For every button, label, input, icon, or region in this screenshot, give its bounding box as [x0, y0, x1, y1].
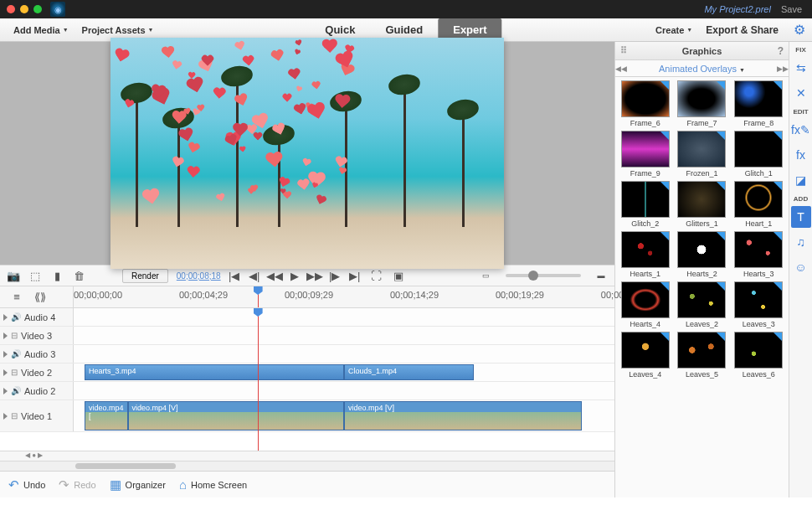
new-flag-icon	[717, 282, 725, 291]
timeline-clip[interactable]: Clouds_1.mp4	[344, 364, 474, 380]
graphics-thumbnail[interactable]: Hearts_2	[676, 231, 729, 278]
category-dropdown[interactable]: Animated Overlays ▼	[627, 64, 777, 74]
track-lane[interactable]	[74, 345, 614, 363]
timeline-clip[interactable]: Hearts_3.mp4	[85, 364, 344, 380]
graphics-thumbnail[interactable]: Hearts_1	[619, 231, 672, 278]
project-assets-menu[interactable]: Project Assets▼	[75, 22, 161, 39]
filmstrip-icon[interactable]: ⊟	[11, 331, 18, 340]
track-header[interactable]: 🔊Audio 4	[0, 308, 74, 326]
organizer-button[interactable]: ▦Organizer	[110, 477, 166, 492]
step-forward-icon[interactable]: |▶	[326, 267, 343, 284]
graphics-thumbnail[interactable]: Frame_6	[619, 80, 672, 127]
safe-margins-icon[interactable]: ▣	[390, 267, 407, 284]
settings-gear-icon[interactable]: ⚙	[794, 22, 805, 38]
maximize-window-icon[interactable]	[33, 5, 42, 13]
track-header[interactable]: ⊟Video 3	[0, 327, 74, 344]
new-flag-icon	[773, 81, 782, 90]
rewind-icon[interactable]: ◀◀	[266, 267, 283, 284]
timeline-snap-icon[interactable]: ⟪⟫	[32, 289, 49, 306]
rail-tool-icon[interactable]: T	[791, 206, 811, 228]
expand-icon[interactable]	[3, 369, 8, 376]
frame-icon[interactable]: ⬚	[27, 267, 44, 284]
fullscreen-icon[interactable]: ⛶	[368, 267, 385, 284]
forward-icon[interactable]: ▶▶	[306, 267, 323, 284]
graphics-thumbnail[interactable]: Frozen_1	[676, 131, 729, 178]
speaker-icon[interactable]: 🔊	[11, 349, 21, 358]
graphics-thumbnail[interactable]: Leaves_2	[676, 281, 729, 328]
track-header[interactable]: 🔊Audio 2	[0, 382, 74, 400]
speaker-icon[interactable]: 🔊	[11, 312, 21, 322]
thumbnail-label: Glitters_1	[686, 219, 718, 228]
add-media-menu[interactable]: Add Media▼	[7, 22, 75, 39]
minimize-window-icon[interactable]	[20, 5, 28, 13]
track-lane[interactable]: Hearts_3.mp4Clouds_1.mp4	[74, 363, 614, 381]
home-screen-button[interactable]: ⌂Home Screen	[179, 477, 247, 492]
track-header[interactable]: ⊟Video 1	[0, 400, 74, 431]
graphics-thumbnail[interactable]: Glitters_1	[676, 181, 729, 228]
expand-icon[interactable]	[3, 413, 8, 420]
playhead[interactable]	[258, 286, 259, 307]
graphics-thumbnail[interactable]: Glitch_2	[619, 181, 672, 228]
expand-icon[interactable]	[3, 351, 8, 358]
rail-tool-icon[interactable]: fx✎	[791, 119, 811, 141]
graphics-thumbnail[interactable]: Frame_9	[619, 131, 672, 178]
graphics-thumbnail[interactable]: Leaves_3	[732, 281, 785, 328]
track-lane[interactable]	[74, 327, 614, 344]
graphics-thumbnail[interactable]: Leaves_4	[619, 332, 672, 379]
preview-monitor[interactable]	[110, 38, 504, 269]
timeline-ruler[interactable]: 00;00;00;0000;00;04;2900;00;09;2900;00;1…	[74, 286, 614, 307]
rail-tool-icon[interactable]: ☺	[791, 256, 811, 278]
expand-icon[interactable]	[3, 314, 8, 321]
filmstrip-icon[interactable]: ⊟	[11, 368, 18, 377]
goto-end-icon[interactable]: ▶|	[347, 267, 363, 284]
export-share-button[interactable]: Export & Share	[699, 21, 785, 39]
rail-tool-icon[interactable]: fx	[791, 144, 811, 166]
undo-button[interactable]: ↶Undo	[8, 477, 45, 492]
category-prev-icon[interactable]: ◀◀	[615, 64, 627, 73]
timeline-clip[interactable]: video.mp4 [V]	[128, 401, 344, 430]
graphics-thumbnail[interactable]: Leaves_6	[732, 332, 785, 379]
timeline-settings-icon[interactable]: ≡	[8, 289, 25, 306]
close-window-icon[interactable]	[7, 5, 15, 13]
rail-tool-icon[interactable]: ♫	[791, 231, 811, 253]
track-lane[interactable]: video.mp4 [video.mp4 [V]video.mp4 [V]	[74, 400, 614, 431]
timeline-clip[interactable]: video.mp4 [V]	[344, 401, 582, 430]
timeline-clip[interactable]: video.mp4 [	[85, 401, 128, 430]
graphics-thumbnail[interactable]: Hearts_3	[732, 231, 785, 278]
zoom-slider[interactable]	[506, 274, 581, 277]
step-back-icon[interactable]: ◀|	[246, 267, 263, 284]
help-icon[interactable]: ?	[778, 45, 784, 57]
graphics-thumbnail[interactable]: Heart_1	[732, 181, 785, 228]
rail-tool-icon[interactable]: ⇆	[791, 57, 811, 79]
filmstrip-icon[interactable]: ⊟	[11, 411, 18, 420]
graphics-thumbnail[interactable]: Leaves_5	[676, 332, 729, 379]
marker-icon[interactable]: ▮	[49, 267, 65, 284]
play-icon[interactable]: ▶	[286, 267, 303, 284]
graphics-thumbnail[interactable]: Frame_8	[732, 80, 785, 127]
rail-tool-icon[interactable]: ✕	[791, 82, 811, 104]
graphics-thumbnail[interactable]: Hearts_4	[619, 281, 672, 328]
category-next-icon[interactable]: ▶▶	[777, 64, 789, 73]
panel-grip-icon[interactable]: ⠿	[620, 45, 627, 56]
track-header[interactable]: 🔊Audio 3	[0, 345, 74, 363]
track-header[interactable]: ⊟Video 2	[0, 363, 74, 381]
track-lane[interactable]	[74, 308, 614, 326]
goto-start-icon[interactable]: |◀	[226, 267, 243, 284]
trash-icon[interactable]: 🗑	[70, 267, 87, 284]
track-lane[interactable]	[74, 382, 614, 400]
save-button[interactable]: Save	[781, 4, 802, 14]
graphics-thumbnail[interactable]: Frame_7	[676, 80, 729, 127]
zoom-in-icon[interactable]: ▬	[593, 267, 609, 284]
speaker-icon[interactable]: 🔊	[11, 386, 21, 395]
camera-icon[interactable]: 📷	[5, 267, 22, 284]
expand-icon[interactable]	[3, 388, 8, 394]
expand-icon[interactable]	[3, 333, 8, 339]
rail-tool-icon[interactable]: ◪	[791, 169, 811, 191]
redo-button[interactable]: ↷Redo	[59, 477, 95, 492]
timeline-scrollbar[interactable]	[0, 461, 614, 471]
zoom-out-icon[interactable]: ▭	[477, 267, 494, 284]
graphics-thumbnail[interactable]: Glitch_1	[732, 131, 785, 178]
render-button[interactable]: Render	[122, 269, 168, 283]
timecode-display[interactable]: 00;00;08;18	[177, 271, 221, 281]
create-menu[interactable]: Create▼	[649, 22, 699, 39]
